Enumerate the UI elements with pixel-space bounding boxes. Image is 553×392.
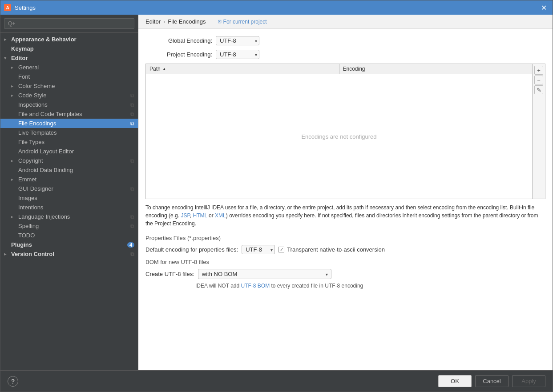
help-button[interactable]: ? — [8, 376, 18, 387]
sidebar-item-file-code-templates[interactable]: File and Code Templates ⧉ — [0, 109, 138, 119]
global-encoding-select[interactable]: UTF-8 UTF-16 ISO-8859-1 — [216, 36, 259, 45]
sidebar-item-font[interactable]: Font — [0, 72, 138, 81]
description-text: To change encoding IntelliJ IDEA uses fo… — [145, 204, 545, 228]
sidebar-item-android-data-binding[interactable]: Android Data Binding — [0, 165, 138, 175]
sidebar-item-images[interactable]: Images — [0, 193, 138, 203]
utf8-bom-link[interactable]: UTF-8 BOM — [241, 283, 270, 289]
project-link[interactable]: ⊡ For current project — [218, 19, 267, 25]
props-encoding-select-wrapper: UTF-8 UTF-16 — [242, 245, 275, 254]
sidebar-item-label: Spelling — [18, 223, 129, 229]
apply-button[interactable]: Apply — [512, 375, 545, 387]
copy-icon: ⧉ — [130, 158, 134, 164]
remove-row-button[interactable]: − — [534, 76, 543, 84]
sidebar-item-label: Code Style — [18, 92, 129, 99]
bom-note: IDEA will NOT add UTF-8 BOM to every cre… — [195, 283, 545, 289]
global-encoding-select-wrapper: UTF-8 UTF-16 ISO-8859-1 — [216, 36, 259, 45]
sidebar-item-label: Android Data Binding — [18, 167, 134, 173]
sidebar-item-file-encodings[interactable]: File Encodings ⧉ — [0, 119, 138, 128]
plugins-badge: 4 — [127, 242, 134, 248]
sidebar-item-label: File Types — [18, 139, 134, 145]
default-encoding-label: Default encoding for properties files: — [145, 246, 238, 253]
sidebar-item-label: Android Layout Editor — [18, 148, 134, 155]
sidebar-item-plugins[interactable]: Plugins 4 — [0, 240, 138, 249]
window-title: Settings — [15, 4, 36, 11]
encodings-table-container: Path ▲ Encoding Encodings are not config… — [145, 64, 545, 199]
project-encoding-select-wrapper: UTF-8 UTF-16 ISO-8859-1 — [216, 50, 259, 59]
jsp-link[interactable]: JSP — [181, 212, 190, 219]
chevron-icon: ▸ — [11, 65, 18, 70]
transparent-checkbox-wrapper[interactable]: Transparent native-to-ascii conversion — [279, 246, 385, 253]
global-encoding-row: Global Encoding: UTF-8 UTF-16 ISO-8859-1 — [145, 36, 545, 45]
sidebar-item-label: GUI Designer — [18, 185, 129, 192]
copy-icon: ⧉ — [130, 251, 134, 257]
chevron-icon: ▸ — [11, 84, 18, 88]
global-encoding-label: Global Encoding: — [145, 37, 212, 44]
sidebar-item-spelling[interactable]: Spelling ⧉ — [0, 221, 138, 231]
breadcrumb-separator: › — [163, 18, 165, 25]
html-link[interactable]: HTML — [193, 212, 207, 219]
encoding-col-label: Encoding — [343, 66, 365, 72]
table-header: Path ▲ Encoding — [146, 64, 532, 74]
table-col-encoding[interactable]: Encoding — [339, 64, 533, 74]
sidebar-tree: ▸ Appearance & Behavior Keymap ▾ Editor … — [0, 33, 138, 370]
breadcrumb-current: File Encodings — [168, 18, 206, 25]
sidebar-item-live-templates[interactable]: Live Templates — [0, 128, 138, 137]
sidebar-item-label: Version Control — [11, 251, 129, 257]
sort-icon: ▲ — [162, 67, 166, 71]
chevron-icon: ▸ — [4, 252, 11, 256]
table-col-path[interactable]: Path ▲ — [146, 64, 339, 74]
chevron-icon: ▸ — [11, 158, 18, 163]
sidebar-item-intentions[interactable]: Intentions — [0, 203, 138, 212]
sidebar-item-appearance-behavior[interactable]: ▸ Appearance & Behavior — [0, 35, 138, 44]
sidebar-item-label: Font — [18, 73, 134, 80]
monitor-icon: ⊡ — [218, 19, 222, 24]
sidebar-item-general[interactable]: ▸ General — [0, 63, 138, 72]
transparent-checkbox[interactable] — [279, 247, 284, 252]
sidebar: ▸ Appearance & Behavior Keymap ▾ Editor … — [0, 15, 138, 370]
project-encoding-select[interactable]: UTF-8 UTF-16 ISO-8859-1 — [216, 50, 259, 59]
sidebar-item-code-style[interactable]: ▸ Code Style ⧉ — [0, 91, 138, 100]
bom-select[interactable]: with NO BOM with BOM — [198, 269, 331, 279]
props-encoding-select[interactable]: UTF-8 UTF-16 — [242, 245, 275, 254]
copy-icon: ⧉ — [130, 214, 134, 220]
bom-note-prefix: IDEA will NOT add — [195, 283, 241, 289]
sidebar-item-label: File Encodings — [18, 120, 129, 127]
chevron-icon: ▸ — [4, 37, 11, 42]
sidebar-item-label: Plugins — [11, 241, 125, 248]
copy-icon: ⧉ — [130, 102, 134, 108]
sidebar-item-file-types[interactable]: File Types — [0, 137, 138, 147]
sidebar-item-label: Editor — [11, 55, 134, 61]
sidebar-item-language-injections[interactable]: ▸ Language Injections ⧉ — [0, 212, 138, 221]
add-row-button[interactable]: + — [534, 66, 543, 75]
bom-section-label: BOM for new UTF-8 files — [145, 259, 545, 265]
search-box — [0, 15, 138, 33]
sidebar-item-copyright[interactable]: ▸ Copyright ⧉ — [0, 156, 138, 165]
sidebar-item-todo[interactable]: TODO — [0, 231, 138, 240]
sidebar-item-emmet[interactable]: ▸ Emmet — [0, 175, 138, 184]
default-encoding-row: Default encoding for properties files: U… — [145, 245, 545, 254]
search-input[interactable] — [4, 18, 134, 29]
breadcrumb: Editor › File Encodings ⊡ For current pr… — [138, 15, 553, 29]
xml-link[interactable]: XML — [215, 212, 226, 219]
sidebar-item-version-control[interactable]: ▸ Version Control ⧉ — [0, 249, 138, 259]
transparent-label: Transparent native-to-ascii conversion — [287, 246, 385, 253]
copy-icon: ⧉ — [130, 120, 134, 127]
sidebar-item-label: Color Scheme — [18, 83, 134, 89]
bottom-bar: ? OK Cancel Apply — [0, 370, 553, 392]
chevron-icon: ▸ — [11, 93, 18, 98]
close-button[interactable]: ✕ — [538, 2, 549, 13]
ok-button[interactable]: OK — [438, 375, 472, 387]
sidebar-item-android-layout-editor[interactable]: Android Layout Editor — [0, 147, 138, 156]
sidebar-item-inspections[interactable]: Inspections ⧉ — [0, 100, 138, 109]
cancel-button[interactable]: Cancel — [475, 375, 509, 387]
sidebar-item-editor[interactable]: ▾ Editor — [0, 53, 138, 63]
sidebar-item-keymap[interactable]: Keymap — [0, 44, 138, 53]
path-col-label: Path — [149, 66, 161, 72]
edit-row-button[interactable]: ✎ — [534, 85, 543, 94]
sidebar-item-color-scheme[interactable]: ▸ Color Scheme — [0, 81, 138, 91]
bom-note-suffix: to every created file in UTF-8 encoding — [270, 283, 363, 289]
sidebar-item-label: Intentions — [18, 204, 134, 211]
project-encoding-row: Project Encoding: UTF-8 UTF-16 ISO-8859-… — [145, 50, 545, 59]
sidebar-item-label: Keymap — [11, 45, 134, 52]
sidebar-item-gui-designer[interactable]: GUI Designer ⧉ — [0, 184, 138, 193]
